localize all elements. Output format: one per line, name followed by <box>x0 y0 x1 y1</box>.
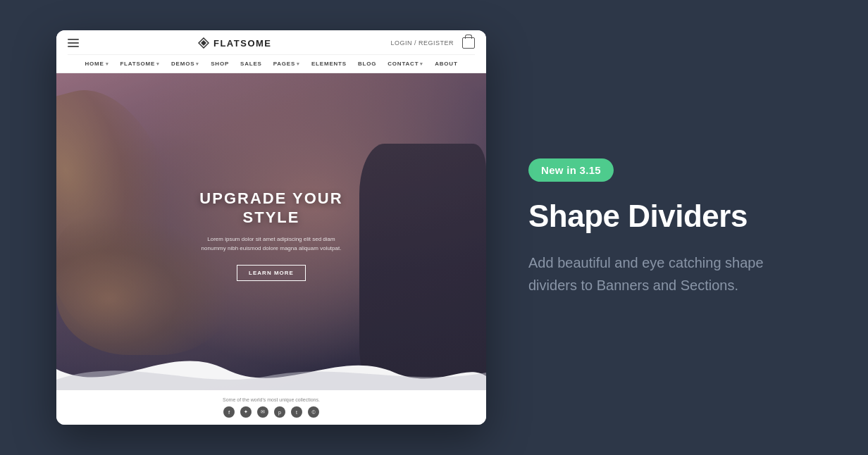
hero-section: UPGRADE YOUR STYLE Lorem ipsum dolor sit… <box>56 73 486 397</box>
menu-item-demos[interactable]: DEMOS ▾ <box>171 61 199 67</box>
hero-content: UPGRADE YOUR STYLE Lorem ipsum dolor sit… <box>56 73 486 397</box>
menu-item-home[interactable]: HOME ▾ <box>85 61 108 67</box>
menu-item-sales[interactable]: SALES <box>240 61 262 67</box>
menu-bar: HOME ▾ FLATSOME ▾ DEMOS ▾ SHOP SALES PAG… <box>68 55 475 73</box>
menu-item-elements[interactable]: ELEMENTS <box>311 61 347 67</box>
menu-item-shop[interactable]: SHOP <box>211 61 229 67</box>
browser-navbar: FLATSOME LOGIN / REGISTER HOME ▾ FLATSOM… <box>56 30 486 73</box>
hero-title: UPGRADE YOUR STYLE <box>199 189 342 227</box>
menu-item-blog[interactable]: BLOG <box>358 61 376 67</box>
social-icon-email[interactable]: ✉ <box>257 406 268 418</box>
browser-top-bar: FLATSOME LOGIN / REGISTER <box>68 30 475 55</box>
social-icon-twitter[interactable]: ✦ <box>240 406 252 418</box>
login-register-link[interactable]: LOGIN / REGISTER <box>390 39 454 46</box>
diamond-icon <box>198 37 209 49</box>
brand-name: FLATSOME <box>213 38 272 49</box>
social-icon-tumblr[interactable]: t <box>291 406 302 418</box>
menu-item-flatsome[interactable]: FLATSOME ▾ <box>120 61 160 67</box>
cart-icon[interactable] <box>462 37 475 49</box>
brand-logo[interactable]: FLATSOME <box>198 37 272 49</box>
social-icon-facebook[interactable]: f <box>223 406 235 418</box>
feature-description: Add beautiful and eye catching shape div… <box>528 251 782 297</box>
hero-learn-more-button[interactable]: LEARN MORE <box>237 265 306 281</box>
svg-marker-1 <box>201 40 206 46</box>
browser-footer: Some of the world's most unique collecti… <box>56 390 486 425</box>
version-badge: New in 3.15 <box>528 158 614 182</box>
social-icon-pinterest[interactable]: p <box>274 406 285 418</box>
menu-item-pages[interactable]: PAGES ▾ <box>273 61 300 67</box>
feature-title: Shape Dividers <box>528 199 812 235</box>
hero-subtitle: Lorem ipsum dolor sit amet adipiscing el… <box>201 235 342 254</box>
menu-item-contact[interactable]: CONTACT ▾ <box>388 61 423 67</box>
nav-right: LOGIN / REGISTER <box>390 37 475 49</box>
right-content: New in 3.15 Shape Dividers Add beautiful… <box>486 158 812 297</box>
footer-tagline: Some of the world's most unique collecti… <box>68 397 475 402</box>
main-container: FLATSOME LOGIN / REGISTER HOME ▾ FLATSOM… <box>0 0 868 455</box>
hamburger-icon[interactable] <box>68 39 79 47</box>
social-icons: f ✦ ✉ p t © <box>68 406 475 418</box>
browser-mockup: FLATSOME LOGIN / REGISTER HOME ▾ FLATSOM… <box>56 30 486 425</box>
menu-item-about[interactable]: ABOUT <box>435 61 457 67</box>
social-icon-copyright[interactable]: © <box>308 406 319 418</box>
